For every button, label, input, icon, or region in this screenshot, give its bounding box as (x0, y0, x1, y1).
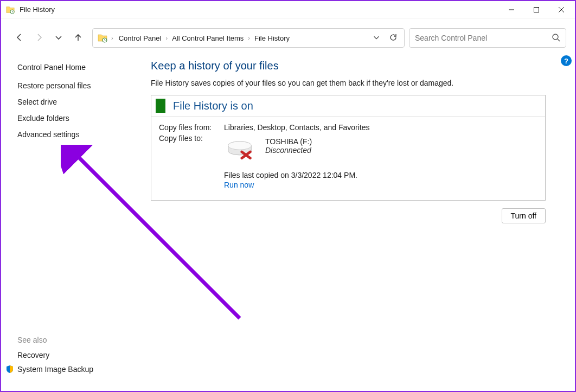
sidebar: Control Panel Home Restore personal file… (1, 57, 137, 388)
maximize-button[interactable] (524, 2, 549, 18)
svg-point-3 (553, 34, 558, 40)
status-flag-icon (156, 99, 165, 113)
page-subtitle: File History saves copies of your files … (151, 79, 546, 87)
sidebar-home-link[interactable]: Control Panel Home (17, 63, 137, 72)
chevron-right-icon: › (247, 35, 251, 41)
drive-name: TOSHIBA (F:) (265, 137, 312, 146)
close-button[interactable] (549, 2, 574, 18)
status-title: File History is on (173, 100, 253, 112)
toolbar: › Control Panel › All Control Panel Item… (1, 18, 575, 52)
drive-status: Disconnected (265, 146, 312, 155)
forward-button[interactable] (35, 33, 43, 43)
content-area: Control Panel Home Restore personal file… (1, 52, 575, 388)
minimize-button[interactable] (499, 2, 524, 18)
breadcrumb-item[interactable]: All Control Panel Items (169, 32, 247, 44)
main-panel: Keep a history of your files File Histor… (137, 57, 575, 388)
chevron-right-icon: › (110, 35, 114, 41)
copy-from-label: Copy files from: (159, 123, 224, 132)
breadcrumb-item[interactable]: File History (251, 32, 293, 44)
see-also-section: See also Recovery System Image Backup (17, 336, 137, 382)
search-icon[interactable] (552, 33, 560, 43)
nav-buttons (10, 33, 88, 43)
sidebar-item-advanced-settings[interactable]: Advanced settings (17, 130, 137, 139)
copy-to-label: Copy files to: (159, 134, 224, 143)
history-dropdown-button[interactable] (373, 34, 380, 43)
refresh-button[interactable] (389, 33, 398, 43)
back-button[interactable] (15, 33, 24, 43)
status-header: File History is on (151, 95, 545, 117)
chevron-right-icon: › (164, 35, 169, 41)
breadcrumb-item[interactable]: Control Panel (116, 32, 165, 44)
shield-icon (5, 365, 14, 374)
folder-clock-icon (5, 5, 15, 15)
sidebar-item-exclude-folders[interactable]: Exclude folders (17, 114, 137, 123)
recent-locations-button[interactable] (54, 33, 63, 43)
help-button[interactable]: ? (561, 55, 572, 66)
window-title: File History (20, 5, 55, 14)
status-box: File History is on Copy files from: Libr… (151, 95, 546, 201)
see-also-title: See also (17, 336, 137, 344)
title-bar: File History (1, 1, 575, 18)
copy-from-value: Libraries, Desktop, Contacts, and Favori… (224, 123, 537, 132)
run-now-link[interactable]: Run now (224, 181, 254, 189)
address-bar[interactable]: › Control Panel › All Control Panel Item… (92, 28, 405, 48)
folder-clock-icon (97, 33, 108, 43)
svg-point-5 (228, 141, 252, 149)
drive-icon (224, 137, 255, 160)
page-title: Keep a history of your files (151, 60, 546, 72)
see-also-system-image-backup[interactable]: System Image Backup (5, 365, 137, 374)
turn-off-button[interactable]: Turn off (502, 208, 546, 223)
last-copied-text: Files last copied on 3/3/2022 12:04 PM. (224, 171, 537, 179)
sidebar-item-restore[interactable]: Restore personal files (17, 81, 137, 90)
search-input[interactable] (415, 34, 552, 42)
up-button[interactable] (74, 33, 82, 43)
svg-rect-1 (534, 7, 539, 12)
sidebar-item-select-drive[interactable]: Select drive (17, 98, 137, 106)
breadcrumb: Control Panel › All Control Panel Items … (116, 32, 372, 44)
search-box[interactable] (409, 28, 566, 48)
see-also-recovery[interactable]: Recovery (17, 351, 137, 359)
